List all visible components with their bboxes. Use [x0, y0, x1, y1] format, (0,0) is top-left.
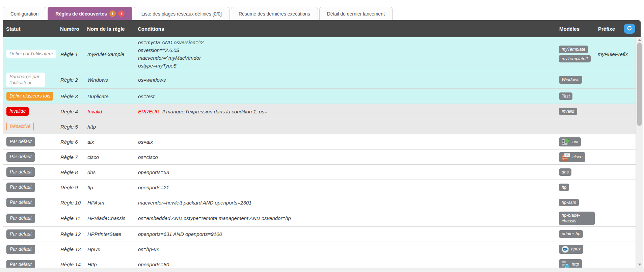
model-badge: dns — [559, 168, 571, 176]
condition-line: os=test — [138, 92, 559, 100]
model-badge: hp-blade-chassis — [559, 212, 595, 225]
vertical-scrollbar[interactable] — [636, 37, 643, 268]
model-label: Test — [562, 93, 570, 99]
table-row[interactable]: Défini plusieurs foisRègle 3Duplicateos=… — [3, 89, 636, 104]
column-header-modeles: Modèles — [559, 26, 598, 32]
rule-number: Règle 4 — [60, 109, 87, 114]
condition-line: openports=53 — [138, 168, 559, 176]
rule-conditions: openports=53 — [138, 168, 559, 176]
condition-line: os=hp-ux — [138, 245, 559, 253]
table-row[interactable]: Par défautRègle 12HPPrinterStateopenport… — [3, 227, 636, 242]
tab-network-ranges[interactable]: Liste des plages réseaux définies [0/0] — [134, 7, 230, 20]
rule-name: Windows — [87, 77, 138, 83]
model-label: hpux — [571, 246, 581, 252]
model-label: Windows — [562, 77, 580, 83]
status-cell: Par défaut — [6, 198, 60, 207]
status-cell: Défini plusieurs fois — [6, 92, 60, 101]
status-badge: Par défaut — [6, 183, 35, 192]
rule-models: myTemplatemyTemplate2 — [559, 46, 598, 63]
model-badge: ılıılıciscocisco — [559, 152, 585, 162]
scroll-down-button[interactable] — [636, 262, 643, 267]
table-row[interactable]: Par défautRègle 11HPBladeChassisos=embed… — [3, 210, 636, 227]
aix-server-icon — [562, 138, 570, 145]
status-cell: Par défaut — [6, 152, 60, 162]
rule-name: myRuleExample — [87, 51, 138, 57]
status-cell: Surchargé par l'utilisateur — [6, 73, 60, 87]
tab-last-run-detail[interactable]: Détail du dernier lancement — [319, 7, 393, 20]
status-cell: Par défaut — [6, 137, 60, 146]
rule-conditions: os=hp-ux — [138, 245, 559, 253]
refresh-button[interactable] — [624, 24, 635, 34]
model-badge: Invalid — [559, 108, 577, 115]
model-badge: hp-asm — [559, 199, 579, 207]
rule-name: dns — [87, 169, 138, 175]
rule-number: Règle 6 — [60, 139, 87, 145]
table-row[interactable]: DésactivéRègle 5http — [3, 119, 636, 134]
condition-line: openports=631 AND openports=9100 — [138, 230, 559, 238]
condition-line: os=myOS AND osversion=^2 — [138, 38, 559, 46]
tab-label: Détail du dernier lancement — [327, 11, 385, 17]
scroll-thumb[interactable] — [637, 43, 642, 126]
rule-models: ılıılıciscocisco — [559, 152, 598, 162]
model-label: hp-blade-chassis — [562, 213, 592, 224]
model-badge: ftp — [559, 184, 569, 191]
tab-discovery-rules[interactable]: Règles de découvertes11 — [48, 7, 132, 20]
model-badge: aix — [559, 137, 581, 146]
rule-conditions: openports=80 — [138, 261, 559, 268]
rule-conditions: os=test — [138, 92, 559, 100]
discovery-rules-page: ConfigurationRègles de découvertes11List… — [0, 0, 644, 272]
table-row[interactable]: Par défautRègle 8dnsopenports=53dns — [3, 165, 636, 180]
model-badge: myTemplate — [559, 46, 588, 53]
svg-text:ux: ux — [567, 249, 568, 250]
condition-line: os=cisco — [138, 153, 559, 161]
model-badge: Windows — [559, 76, 582, 84]
rule-models: hp-asm — [559, 199, 598, 207]
rule-conditions: openports=21 — [138, 184, 559, 191]
table-row[interactable]: Par défautRègle 9ftpopenports=21ftp — [3, 180, 636, 195]
scroll-up-button[interactable] — [636, 38, 643, 43]
status-badge: Par défaut — [6, 137, 35, 146]
rule-conditions: os=cisco — [138, 153, 559, 161]
model-badge: myTemplate2 — [559, 55, 591, 63]
arrow-up-icon — [638, 39, 641, 41]
rule-name: Invalid — [87, 109, 138, 114]
rule-name: ftp — [87, 185, 138, 190]
status-badge: Par défaut — [6, 245, 35, 254]
model-badge: hpuxhpux — [559, 245, 583, 254]
model-label: ftp — [562, 185, 566, 190]
column-header-statut: Statut — [6, 26, 60, 32]
condition-line: openports=21 — [138, 184, 559, 191]
rule-name: Duplicate — [87, 93, 138, 99]
table-row[interactable]: Par défautRègle 6aixos=aixaix — [3, 134, 636, 149]
condition-line: os=embedded AND ostype=remote management… — [138, 214, 559, 222]
rule-error-line: ERREUR: Il manque l'expression dans la c… — [138, 108, 559, 115]
rule-name: cisco — [87, 154, 138, 160]
status-badge: Par défaut — [6, 152, 35, 162]
error-label: ERREUR: — [138, 109, 161, 114]
table-row[interactable]: Par défautRègle 13HpUxos=hp-uxhpuxhpux — [3, 242, 636, 257]
status-cell: Par défaut — [6, 183, 60, 192]
rule-number: Règle 12 — [60, 231, 87, 237]
table-row[interactable]: Par défautRègle 10HPAsmmacvendor=hewlett… — [3, 195, 636, 210]
refresh-icon — [627, 26, 632, 32]
status-cell: Invalide — [6, 107, 60, 116]
tab-configuration[interactable]: Configuration — [3, 7, 46, 20]
tab-last-executions-summary[interactable]: Résumé des dernières exécutions — [231, 7, 318, 20]
rule-conditions: os=windows — [138, 76, 559, 84]
table-row[interactable]: InvalideRègle 4InvalidERREUR: Il manque … — [3, 104, 636, 119]
table-row[interactable]: Surchargé par l'utilisateurRègle 2Window… — [3, 71, 636, 89]
table-row[interactable]: Par défautRègle 7ciscoos=ciscoılıılıcisc… — [3, 149, 636, 165]
status-badge: Par défaut — [6, 167, 35, 177]
column-header-prefixe: Préfixe — [598, 26, 615, 32]
rule-name: Http — [87, 262, 138, 267]
status-badge: Par défaut — [6, 229, 35, 239]
status-cell: Par défaut — [6, 214, 60, 223]
tab-count-badge-2: 1 — [118, 10, 125, 17]
table-row[interactable]: Défini par l'utilisateurRègle 1myRuleExa… — [3, 37, 636, 71]
rule-models: aix — [559, 137, 598, 146]
status-cell: Par défaut — [6, 229, 60, 239]
rule-conditions: os=embedded AND ostype=remote management… — [138, 214, 559, 222]
rule-models: Windows — [559, 76, 598, 84]
status-badge: Invalide — [6, 107, 29, 116]
rule-name: HpUx — [87, 246, 138, 252]
